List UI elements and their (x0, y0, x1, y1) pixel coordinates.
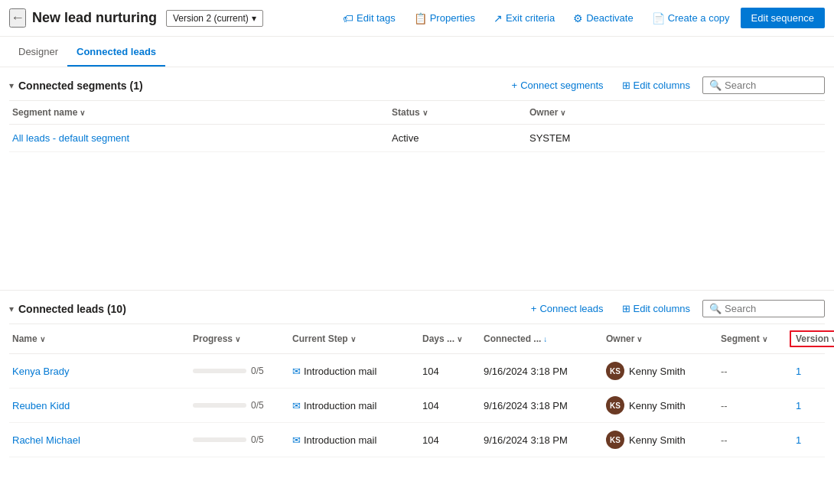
step-label: Introduction mail (304, 434, 376, 446)
edit-columns-seg-label: Edit columns (634, 80, 690, 91)
segments-col-headers: Segment name ∨ Status ∨ Owner ∨ (9, 101, 825, 125)
leads-section-header: ▾ Connected leads (10) + Connect leads ⊞… (9, 291, 825, 324)
tab-designer[interactable]: Designer (9, 38, 67, 67)
edit-columns-leads-icon: ⊞ (622, 303, 630, 314)
exit-criteria-button[interactable]: ↗ Exit criteria (486, 8, 562, 28)
lead-segment-cell: -- (721, 434, 790, 446)
version-dropdown[interactable]: Version 2 (current) ▾ (166, 10, 263, 27)
lead-days-cell: 104 (422, 366, 484, 377)
lead-owner-cell: KS Kenny Smith (606, 396, 721, 415)
col-header-ld-connected[interactable]: Connected ... ↓ (484, 330, 606, 347)
lead-step-cell: ✉ Introduction mail (292, 434, 422, 446)
col-header-ld-days[interactable]: Days ... ∨ (422, 330, 484, 347)
tabbar: Designer Connected leads (0, 37, 834, 67)
edit-columns-segments-button[interactable]: ⊞ Edit columns (616, 76, 696, 94)
sort-icon: ∨ (40, 335, 45, 343)
lead-name-cell[interactable]: Rachel Michael (9, 434, 193, 446)
deactivate-icon: ⚙ (573, 12, 583, 24)
edit-columns-seg-icon: ⊞ (622, 80, 630, 91)
deactivate-label: Deactivate (586, 12, 633, 24)
segments-search-input[interactable] (725, 80, 818, 91)
seg-status-cell: Active (392, 132, 529, 144)
table-row: All leads - default segment Active SYSTE… (9, 125, 825, 152)
leads-section-actions: + Connect leads ⊞ Edit columns 🔍 (525, 300, 825, 317)
col-header-ld-progress[interactable]: Progress ∨ (193, 330, 292, 347)
connect-segments-icon: + (512, 80, 518, 91)
col-header-seg-status[interactable]: Status ∨ (392, 107, 529, 118)
search-icon: 🔍 (709, 303, 722, 314)
step-label: Introduction mail (304, 400, 376, 411)
lead-version-cell: 1 (790, 400, 834, 411)
exit-icon: ↗ (494, 12, 503, 24)
progress-bar (193, 369, 246, 373)
lead-name-cell[interactable]: Reuben Kidd (9, 400, 193, 411)
edit-sequence-button[interactable]: Edit sequence (741, 8, 825, 28)
progress-label: 0/5 (251, 366, 264, 376)
progress-label: 0/5 (251, 400, 264, 411)
lead-name-cell[interactable]: Kenya Brady (9, 366, 193, 377)
col-header-ld-owner[interactable]: Owner ∨ (606, 330, 721, 347)
mail-icon: ✉ (292, 366, 301, 377)
progress-bar (193, 403, 246, 408)
edit-columns-leads-button[interactable]: ⊞ Edit columns (616, 300, 696, 317)
col-header-ld-name[interactable]: Name ∨ (9, 330, 193, 347)
lead-progress-cell: 0/5 (193, 366, 292, 376)
create-copy-button[interactable]: 📄 Create a copy (644, 8, 738, 28)
col-header-ld-version[interactable]: Version ∨ (790, 330, 834, 347)
tag-icon: 🏷 (343, 12, 353, 24)
sort-icon: ∨ (235, 335, 240, 343)
main-content: ▾ Connected segments (1) + Connect segme… (0, 67, 834, 504)
create-copy-label: Create a copy (668, 12, 730, 24)
chevron-down-icon: ▾ (252, 13, 256, 24)
lead-progress-cell: 0/5 (193, 400, 292, 411)
lead-days-cell: 104 (422, 400, 484, 411)
col-header-ld-step[interactable]: Current Step ∨ (292, 330, 422, 347)
lead-segment-cell: -- (721, 400, 790, 411)
connect-segments-button[interactable]: + Connect segments (506, 76, 610, 94)
lead-version-cell: 1 (790, 366, 834, 377)
leads-section-title: Connected leads (10) (18, 303, 525, 315)
leads-toggle[interactable]: ▾ (9, 304, 14, 314)
col-header-seg-owner[interactable]: Owner ∨ (529, 107, 683, 118)
col-header-seg-name[interactable]: Segment name ∨ (9, 107, 392, 118)
col-header-ld-segment[interactable]: Segment ∨ (721, 330, 790, 347)
avatar: KS (606, 396, 624, 415)
deactivate-button[interactable]: ⚙ Deactivate (565, 8, 640, 28)
table-row: Reuben Kidd 0/5 ✉ Introduction mail 104 … (9, 389, 825, 423)
topbar: ← New lead nurturing Version 2 (current)… (0, 0, 834, 37)
edit-seq-label: Edit sequence (751, 12, 814, 24)
properties-button[interactable]: 📋 Properties (406, 8, 483, 28)
lead-step-cell: ✉ Introduction mail (292, 400, 422, 411)
progress-bar (193, 437, 246, 442)
lead-progress-cell: 0/5 (193, 434, 292, 445)
segments-section-header: ▾ Connected segments (1) + Connect segme… (9, 67, 825, 101)
edit-tags-button[interactable]: 🏷 Edit tags (335, 8, 403, 28)
sort-icon: ∨ (637, 335, 642, 343)
back-button[interactable]: ← (9, 8, 26, 28)
lead-owner-cell: KS Kenny Smith (606, 362, 721, 380)
table-row: Rachel Michael 0/5 ✉ Introduction mail 1… (9, 423, 825, 457)
connect-leads-button[interactable]: + Connect leads (525, 300, 610, 317)
tab-connected-leads[interactable]: Connected leads (67, 38, 165, 67)
progress-label: 0/5 (251, 434, 264, 445)
seg-owner-cell: SYSTEM (529, 132, 683, 144)
tab-designer-label: Designer (18, 46, 58, 57)
properties-icon: 📋 (414, 12, 427, 24)
segments-toggle[interactable]: ▾ (9, 80, 14, 91)
segments-table: Segment name ∨ Status ∨ Owner ∨ All lead… (9, 101, 825, 152)
lead-connected-cell: 9/16/2024 3:18 PM (484, 366, 606, 377)
sort-icon: ∨ (80, 109, 85, 117)
table-row: Kenya Brady 0/5 ✉ Introduction mail 104 … (9, 354, 825, 389)
seg-name-cell[interactable]: All leads - default segment (9, 132, 392, 144)
exit-criteria-label: Exit criteria (506, 12, 555, 24)
sort-icon: ∨ (560, 109, 565, 117)
lead-days-cell: 104 (422, 434, 484, 446)
leads-search-input[interactable] (725, 303, 818, 314)
sort-icon-sorted: ↓ (543, 335, 547, 343)
version-label: Version 2 (current) (173, 13, 249, 24)
lead-step-cell: ✉ Introduction mail (292, 366, 422, 377)
leads-search-box[interactable]: 🔍 (702, 300, 825, 317)
lead-connected-cell: 9/16/2024 3:18 PM (484, 400, 606, 411)
owner-name: Kenny Smith (629, 366, 686, 377)
segments-search-box[interactable]: 🔍 (702, 76, 825, 94)
